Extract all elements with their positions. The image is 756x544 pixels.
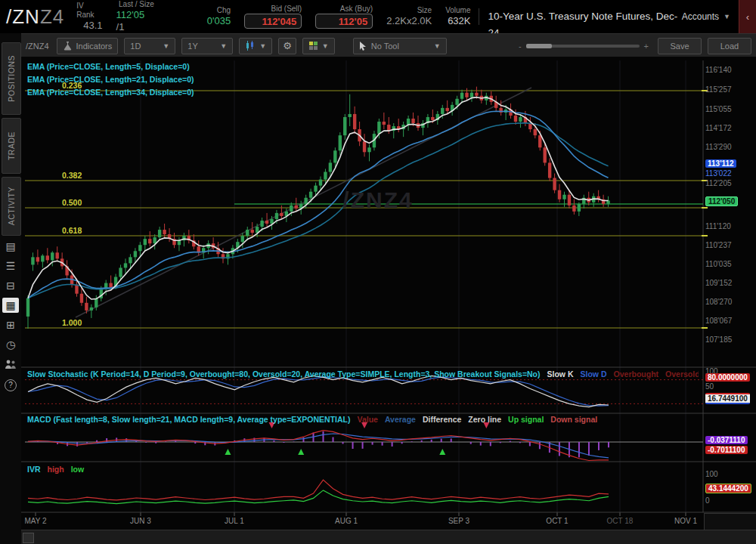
time-axis-label: OCT 1 — [546, 517, 568, 525]
axis-label: -0.7011100 — [705, 446, 748, 454]
legend-item: Slow D — [581, 369, 607, 379]
axis-label: 50 — [705, 382, 714, 391]
axis-label: 110'237 — [705, 241, 732, 249]
stochastic-legend: Slow Stochastic (K Period=14, D Period=9… — [27, 369, 699, 379]
macd-legend: MACD (Fast length=8, Slow length=21, MAC… — [27, 415, 699, 424]
fib-level-label: 0.382 — [62, 171, 82, 180]
time-axis-label: AUG 1 — [335, 517, 358, 525]
axis-label: 107'185 — [705, 335, 732, 344]
fib-level-label: 0.618 — [62, 226, 82, 235]
scrollbar-handle[interactable] — [23, 533, 34, 543]
legend-item: Zero line — [468, 415, 501, 424]
trading-platform: /ZNZ4 IV Rank 43.1 Last / Size 112'05 /1… — [0, 0, 756, 544]
legend-item: Up signal — [508, 415, 544, 424]
ema-label: EMA (Price=CLOSE, Length=21, Displace=0) — [27, 75, 194, 84]
legend-item: Oversold — [665, 369, 699, 379]
time-axis-label: OCT 18 — [607, 517, 634, 525]
axis-label: 80.0000000 — [705, 373, 750, 382]
fib-level-label: 1.000 — [62, 318, 82, 327]
axis-label: 116'140 — [705, 66, 732, 74]
axis-label: 115'055 — [705, 105, 732, 113]
axis-label: 100 — [705, 470, 718, 478]
time-axis-label: JUL 1 — [225, 517, 244, 525]
axis-label: 115'257 — [705, 85, 732, 94]
axis-label: 112'050 — [705, 196, 738, 206]
legend-item: Down signal — [550, 415, 597, 424]
axis-label: 114'172 — [705, 124, 732, 132]
axis-label: 43.1444200 — [705, 484, 751, 493]
axis-label: 112'205 — [705, 179, 732, 187]
legend-item: Value — [357, 415, 377, 424]
time-axis-label: MAY 2 — [24, 517, 46, 525]
fib-level-label: 0.236 — [62, 81, 82, 90]
legend-item: high — [48, 465, 64, 474]
ivr-legend: IVRhighlow — [27, 465, 699, 474]
legend-item: Average — [385, 415, 416, 424]
legend-item: IVR — [27, 465, 41, 474]
ema-label: EMA (Price=CLOSE, Length=5, Displace=0) — [27, 62, 190, 71]
axis-label: 113'112 — [705, 159, 736, 168]
axis-corner-box — [704, 513, 756, 530]
chart-watermark: /ZNZ4 — [318, 187, 438, 213]
legend-item: Overbought — [614, 369, 659, 379]
legend-item: low — [71, 465, 85, 474]
axis-label: 111'120 — [705, 222, 731, 230]
axis-label: -0.0371110 — [705, 436, 748, 444]
legend-item: Slow K — [547, 369, 574, 379]
axis-label: 109'152 — [705, 279, 732, 287]
time-axis-label: JUN 3 — [130, 517, 151, 525]
legend-item: MACD (Fast length=8, Slow length=21, MAC… — [27, 415, 350, 424]
axis-label: 110'035 — [705, 260, 732, 268]
price-axis: 116'140115'257115'055114'172113'290113'1… — [703, 57, 756, 530]
time-axis-label: NOV 1 — [674, 517, 697, 525]
ema-label: EMA (Price=CLOSE, Length=34, Displace=0) — [27, 88, 194, 97]
axis-label: 113'022 — [705, 169, 732, 178]
axis-label: 0 — [705, 496, 710, 505]
axis-label: 113'290 — [705, 143, 732, 151]
axis-label: 16.7449100 — [705, 393, 750, 404]
legend-item: Slow Stochastic (K Period=14, D Period=9… — [27, 369, 541, 379]
fib-level-label: 0.500 — [62, 198, 82, 207]
axis-label: 108'270 — [705, 298, 732, 306]
axis-label: 108'067 — [705, 317, 732, 325]
time-axis-label: SEP 3 — [448, 517, 469, 525]
legend-item: Difference — [423, 415, 461, 424]
bottom-scrollbar[interactable] — [21, 530, 756, 544]
